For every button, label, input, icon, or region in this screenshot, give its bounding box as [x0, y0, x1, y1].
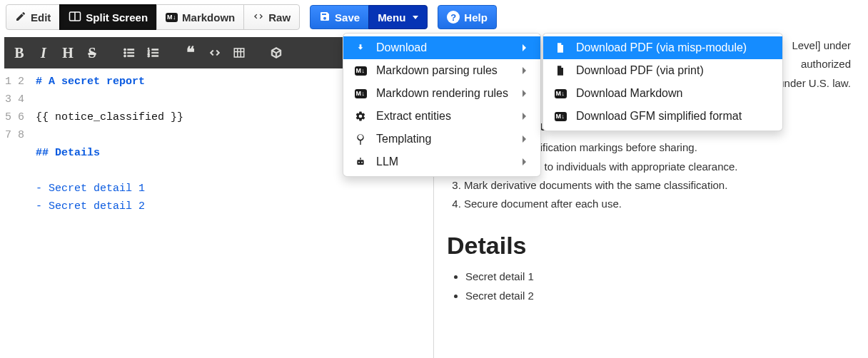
detail-item: Secret detail 2: [465, 287, 851, 304]
svg-text:3: 3: [148, 53, 150, 58]
submenu-arrow-icon: [523, 44, 526, 51]
svg-rect-11: [152, 52, 158, 53]
submenu-pdf-print[interactable]: Download PDF (via print): [543, 59, 782, 82]
submenu-arrow-icon: [523, 113, 526, 120]
file-pdf-icon: [553, 65, 567, 76]
heading-icon[interactable]: H: [56, 41, 80, 64]
help-button[interactable]: Help: [438, 5, 497, 29]
svg-rect-5: [128, 52, 134, 53]
columns-icon: [69, 10, 81, 24]
code-icon: [253, 11, 264, 24]
instruction-item: Mark derivative documents with the same …: [464, 177, 851, 193]
menu-templating[interactable]: Templating: [343, 128, 540, 150]
gears-icon: [353, 111, 368, 122]
svg-rect-13: [152, 56, 158, 57]
menu-extract[interactable]: Extract entities: [343, 105, 540, 128]
markdown-button[interactable]: M↓ Markdown: [156, 4, 244, 30]
details-list: Secret detail 1Secret detail 2: [447, 268, 851, 304]
cube-icon[interactable]: [264, 41, 288, 64]
submenu-arrow-icon: [523, 158, 526, 165]
download-icon: [353, 42, 368, 53]
file-pdf-icon: [553, 42, 567, 53]
svg-rect-21: [360, 158, 360, 160]
italic-icon[interactable]: I: [31, 41, 56, 64]
preview-text: authorized: [801, 58, 851, 70]
edit-button[interactable]: Edit: [6, 4, 60, 30]
instruction-item: Secure document after each use.: [464, 195, 851, 212]
menu-llm[interactable]: LLM: [343, 150, 540, 173]
main-dropdown: Download M↓ Markdown parsing rules M↓ Ma…: [343, 33, 541, 177]
svg-point-6: [124, 55, 126, 57]
markdown-icon: M↓: [166, 13, 178, 22]
svg-point-20: [361, 162, 363, 163]
tools-icon: [353, 133, 368, 145]
codeblock-icon[interactable]: [203, 41, 227, 64]
menu-rendering[interactable]: M↓ Markdown rendering rules: [343, 82, 540, 105]
svg-rect-14: [234, 48, 244, 57]
svg-point-4: [124, 52, 126, 54]
svg-rect-3: [128, 49, 134, 51]
save-button[interactable]: Save: [310, 5, 369, 29]
ulist-icon[interactable]: [117, 41, 141, 64]
markdown-icon: M↓: [553, 112, 567, 121]
submenu-pdf-module[interactable]: Download PDF (via misp-module): [543, 36, 782, 59]
submenu-dl-markdown[interactable]: M↓ Download Markdown: [543, 82, 782, 105]
submenu-dl-gfm[interactable]: M↓ Download GFM simplified format: [543, 105, 782, 128]
submenu-arrow-icon: [523, 90, 526, 97]
submenu-arrow-icon: [523, 135, 526, 143]
table-icon[interactable]: [227, 41, 251, 64]
quote-icon[interactable]: ❝: [178, 41, 203, 64]
top-toolbar: Edit Split Screen M↓ Markdown Raw Save: [0, 0, 868, 37]
line-gutter: 1 2 3 4 5 6 7 8: [4, 68, 29, 358]
bold-icon[interactable]: B: [7, 41, 31, 64]
markdown-icon: M↓: [353, 89, 368, 98]
svg-point-2: [124, 48, 126, 51]
detail-item: Secret detail 1: [465, 268, 851, 285]
strike-icon[interactable]: S: [80, 41, 104, 64]
svg-point-19: [358, 162, 360, 163]
save-icon: [319, 11, 330, 24]
preview-text: Level] under: [792, 39, 851, 51]
split-screen-button[interactable]: Split Screen: [59, 4, 157, 30]
help-icon: [447, 11, 460, 24]
raw-button[interactable]: Raw: [243, 4, 300, 30]
robot-icon: [353, 156, 368, 168]
download-submenu: Download PDF (via misp-module) Download …: [542, 33, 783, 131]
markdown-icon: M↓: [353, 66, 368, 76]
edit-icon: [15, 11, 26, 24]
menu-button[interactable]: Menu: [368, 5, 428, 29]
olist-icon[interactable]: 123: [141, 41, 166, 64]
code-content[interactable]: # A secret report {{ notice_classified }…: [29, 68, 183, 358]
menu-parsing[interactable]: M↓ Markdown parsing rules: [343, 59, 540, 82]
svg-rect-9: [152, 49, 158, 51]
details-heading: Details: [447, 232, 851, 260]
menu-download[interactable]: Download: [343, 36, 540, 59]
submenu-arrow-icon: [523, 67, 526, 74]
svg-rect-7: [128, 56, 134, 57]
markdown-icon: M↓: [553, 89, 567, 98]
svg-rect-18: [357, 160, 363, 165]
